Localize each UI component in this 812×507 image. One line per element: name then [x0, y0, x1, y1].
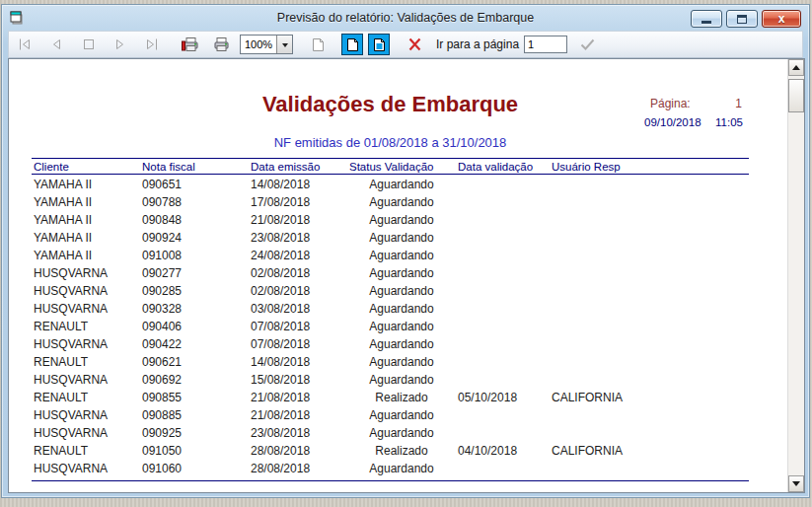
scrollbar-thumb[interactable] [788, 79, 804, 112]
table-cell: HUSQVARNA [32, 284, 140, 298]
column-header: Nota fiscal [140, 161, 249, 173]
table-cell: HUSQVARNA [32, 302, 140, 316]
report-preview-window: Previsão do relatório: Validações de Emb… [1, 4, 810, 498]
first-page-button[interactable] [13, 34, 37, 55]
table-cell: 090788 [140, 195, 249, 209]
table-cell: 14/08/2018 [249, 355, 347, 369]
table-cell: RENAULT [32, 320, 140, 333]
two-pages-icon [373, 37, 386, 52]
table-row: RENAULT09040607/08/2018Aguardando [32, 318, 749, 335]
table-cell: 090277 [140, 266, 249, 280]
table-cell: 15/08/2018 [249, 373, 347, 387]
table-cell: Aguardando [347, 408, 456, 422]
vertical-scrollbar[interactable] [787, 59, 804, 492]
last-page-icon [143, 36, 160, 52]
table-cell: HUSQVARNA [32, 337, 140, 351]
goto-page-label: Ir para a página [436, 37, 519, 51]
first-page-icon [17, 36, 34, 52]
arrow-up-icon [792, 61, 800, 70]
table-cell: YAMAHA II [32, 249, 140, 262]
table-cell: 07/08/2018 [249, 337, 347, 351]
last-page-button[interactable] [139, 34, 163, 55]
table-cell: RENAULT [32, 391, 140, 404]
stop-button[interactable] [76, 34, 100, 55]
table-cell: Aguardando [347, 266, 456, 280]
table-row: YAMAHA II09084821/08/2018Aguardando [32, 211, 749, 229]
scroll-down-button[interactable] [788, 475, 804, 492]
zoom-dropdown-button[interactable] [276, 36, 292, 53]
table-cell: 04/10/2018 [456, 444, 550, 458]
column-header: Status Validação [347, 161, 456, 173]
print-datetime: 09/10/2018 11:05 [644, 116, 743, 128]
table-row: YAMAHA II09092423/08/2018Aguardando [32, 229, 749, 247]
table-cell: 21/08/2018 [249, 213, 347, 227]
table-cell: 21/08/2018 [249, 391, 347, 404]
table-cell: Realizado [347, 444, 456, 458]
table-cell: 091008 [140, 249, 249, 262]
table-cell: 03/08/2018 [249, 302, 347, 316]
table-row: YAMAHA II09078817/08/2018Aguardando [32, 193, 749, 211]
whole-page-button[interactable] [341, 34, 363, 55]
table-cell: 090651 [140, 178, 249, 191]
window-title: Previsão do relatório: Validações de Emb… [2, 11, 809, 25]
table-cell: HUSQVARNA [32, 462, 140, 475]
table-row: YAMAHA II09065114/08/2018Aguardando [32, 176, 749, 193]
table-cell: Aguardando [347, 249, 456, 262]
table-cell: 02/08/2018 [249, 266, 347, 280]
table-cell: 091050 [140, 444, 249, 458]
table-cell: 090925 [140, 426, 249, 440]
goto-page-input[interactable] [524, 36, 567, 53]
scroll-up-button[interactable] [788, 59, 804, 76]
table-cell: Aguardando [347, 213, 456, 227]
table-cell: 090924 [140, 231, 249, 245]
table-cell: 090848 [140, 213, 249, 227]
close-button[interactable]: x [762, 10, 801, 28]
table-cell: Aguardando [347, 337, 456, 351]
report-table: ClienteNota fiscalData emissãoStatus Val… [32, 158, 749, 481]
table-row: YAMAHA II09100824/08/2018Aguardando [32, 247, 749, 264]
table-cell: Aguardando [347, 302, 456, 316]
table-cell: 090692 [140, 373, 249, 387]
page-number: 1 [735, 97, 742, 110]
table-cell: 14/08/2018 [249, 178, 347, 191]
printer-setup-button[interactable] [179, 34, 202, 55]
table-cell: 090855 [140, 391, 249, 404]
next-page-icon [111, 36, 128, 52]
table-cell: Aguardando [347, 231, 456, 245]
zoom-combobox[interactable]: 100% [240, 35, 293, 54]
page-label: Página: [650, 97, 691, 110]
column-header: Data validação [456, 161, 550, 173]
table-cell: 091060 [140, 462, 249, 475]
column-header: Cliente [32, 161, 140, 173]
column-header: Usuário Resp [550, 161, 749, 173]
table-header-row: ClienteNota fiscalData emissãoStatus Val… [32, 158, 749, 175]
previous-page-button[interactable] [44, 34, 68, 55]
table-cell: CALIFORNIA [550, 444, 749, 458]
print-date: 09/10/2018 [644, 116, 701, 128]
close-preview-button[interactable] [403, 34, 426, 55]
minimize-button[interactable] [691, 10, 722, 28]
table-cell: Aguardando [347, 320, 456, 333]
table-cell: HUSQVARNA [32, 266, 140, 280]
toolbar: 100% Ir para a página [8, 31, 803, 58]
table-row: HUSQVARNA09106028/08/2018Aguardando [32, 460, 749, 477]
next-page-button[interactable] [108, 34, 131, 55]
table-cell: 07/08/2018 [249, 320, 347, 333]
table-cell: 28/08/2018 [249, 444, 347, 458]
table-cell: YAMAHA II [32, 195, 140, 209]
table-cell: 05/10/2018 [456, 391, 550, 404]
page-width-button[interactable] [307, 34, 329, 55]
table-cell: 090406 [140, 320, 249, 333]
print-button[interactable] [210, 34, 234, 55]
confirm-goto-icon [579, 37, 596, 51]
table-cell: HUSQVARNA [32, 373, 140, 387]
report-subtitle: NF emitidas de 01/08/2018 a 31/10/2018 [32, 135, 749, 150]
table-row: RENAULT09062114/08/2018Aguardando [32, 353, 749, 371]
table-cell: 090328 [140, 302, 249, 316]
confirm-goto-button[interactable] [575, 34, 599, 55]
two-pages-button[interactable] [368, 34, 390, 55]
table-cell: 02/08/2018 [249, 284, 347, 298]
table-row: HUSQVARNA09092523/08/2018Aguardando [32, 424, 749, 442]
report-page: Validações de Embarque Página: 1 09/10/2… [9, 59, 787, 492]
maximize-button[interactable] [726, 10, 758, 28]
